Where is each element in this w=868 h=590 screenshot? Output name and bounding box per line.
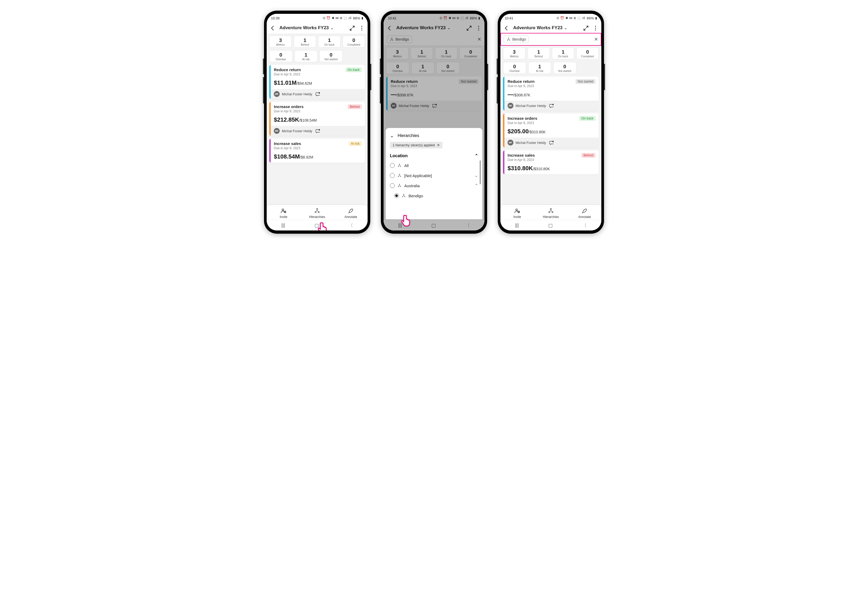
android-nav: ||| ▢ 〈 xyxy=(267,220,368,230)
status-icons: ⊙ ⏰ ✱ ⋈ ⊚ ⬚ .ıll xyxy=(323,16,351,20)
status-battery: 86% xyxy=(353,16,360,20)
metric-card[interactable]: Reduce return Due in Apr 9, 2023 Not sta… xyxy=(503,77,599,111)
close-icon[interactable]: ✕ xyxy=(437,143,440,147)
status-badge: Not started xyxy=(576,79,595,84)
more-icon[interactable] xyxy=(359,25,365,31)
status-icons: ⊙ ⏰ ✱ ⋈ ⊚ ⬚ .ıll xyxy=(557,16,585,20)
radio[interactable] xyxy=(394,193,399,198)
app-title[interactable]: Adventure Works FY23 ⌄ xyxy=(279,25,345,31)
metric-card[interactable]: Increase sales Due in Apr 9, 2023 At ris… xyxy=(269,139,365,163)
bottom-bar: Invite Hierarchies Annotate xyxy=(500,205,601,220)
status-bar: 10:39 ⊙ ⏰ ✱ ⋈ ⊚ ⬚ .ıll 86% ▮ xyxy=(267,14,368,22)
comment-icon[interactable] xyxy=(549,103,554,109)
card-title: Increase sales xyxy=(508,153,535,158)
status-time: 10:41 xyxy=(505,16,514,20)
comment-icon[interactable] xyxy=(315,91,320,97)
chevron-down-icon: ⌄ xyxy=(564,26,567,30)
card-due: Due in Apr 9, 2023 xyxy=(274,72,301,76)
card-footer: MF Michal Foster Heldy xyxy=(504,100,599,111)
radio[interactable] xyxy=(390,163,395,168)
stat-atrisk[interactable]: 1At risk xyxy=(528,62,551,74)
comment-icon[interactable] xyxy=(315,128,320,134)
hierarchies-button[interactable]: Hierarchies xyxy=(300,208,334,219)
card-due: Due in Apr 9, 2023 xyxy=(274,146,301,150)
scrollbar[interactable] xyxy=(480,160,481,184)
back-icon[interactable] xyxy=(503,25,509,31)
chevron-up-icon[interactable]: ⌃ xyxy=(475,153,478,158)
card-due: Due in Apr 9, 2023 xyxy=(274,109,304,113)
hierarchy-icon xyxy=(506,37,511,41)
applied-slicers-chip[interactable]: 1 hierarchy slicer(s) applied ✕ xyxy=(390,142,443,148)
status-badge: Behind xyxy=(348,104,362,109)
stat-notstarted[interactable]: 0Not started xyxy=(319,50,342,62)
stat-behind[interactable]: 1Behind xyxy=(294,35,316,47)
list-item[interactable]: All xyxy=(389,160,479,171)
owner: Michal Foster Heldy xyxy=(282,129,312,133)
panel-title: Hierarchies xyxy=(398,133,419,138)
owner: Michal Foster Heldy xyxy=(282,92,312,96)
nav-recent-icon[interactable]: ||| xyxy=(515,223,519,228)
invite-button[interactable]: Invite xyxy=(267,208,300,219)
stats-row-2: 0Overdue 1At risk 0Not started xyxy=(269,50,365,62)
bottom-bar: Invite Hierarchies Annotate xyxy=(267,205,368,220)
metric-card[interactable]: Increase sales Due in Apr 9, 2023 Behind… xyxy=(503,150,599,174)
stat-overdue[interactable]: 0Overdue xyxy=(269,50,292,62)
metric-card[interactable]: Reduce return Due in Apr 9, 2023 On trac… xyxy=(269,65,365,99)
metric-card[interactable]: Increase orders Due in Apr 9, 2023 On tr… xyxy=(503,114,599,148)
card-due: Due in Apr 9, 2023 xyxy=(508,158,535,162)
status-badge: Behind xyxy=(582,153,595,158)
invite-button[interactable]: Invite xyxy=(500,208,534,219)
hierarchies-button[interactable]: Hierarchies xyxy=(534,208,568,219)
metric-card[interactable]: Increase orders Due in Apr 9, 2023 Behin… xyxy=(269,102,365,136)
hierarchy-icon xyxy=(402,193,406,198)
nav-home-icon[interactable]: ▢ xyxy=(548,223,553,229)
nav-home-icon[interactable]: ▢ xyxy=(314,223,319,229)
status-badge: On track xyxy=(345,68,362,72)
card-value: $11.01M/$94.62M xyxy=(274,80,362,86)
stat-overdue[interactable]: 0Overdue xyxy=(503,62,526,74)
hierarchy-icon xyxy=(397,183,402,188)
nav-back-icon[interactable]: 〈 xyxy=(582,222,587,229)
chevron-down-icon[interactable]: ⌄ xyxy=(475,173,478,178)
list-item[interactable]: Australia ⌃ xyxy=(389,181,479,191)
avatar: MF xyxy=(274,91,280,97)
radio[interactable] xyxy=(390,183,395,188)
avatar: MF xyxy=(508,140,514,146)
section-title: Location xyxy=(390,153,408,158)
chevron-down-icon[interactable]: ⌄ xyxy=(390,133,394,139)
stat-behind[interactable]: 1Behind xyxy=(527,47,550,59)
phone-1: 10:39 ⊙ ⏰ ✱ ⋈ ⊚ ⬚ .ıll 86% ▮ Adventure W… xyxy=(264,10,370,234)
back-icon[interactable] xyxy=(270,25,276,31)
annotate-button[interactable]: Annotate xyxy=(334,208,368,219)
filter-chip[interactable]: Bendigo xyxy=(503,35,529,43)
stat-completed[interactable]: 0Completed xyxy=(576,47,599,59)
stat-metrics[interactable]: 3Metrics xyxy=(503,47,526,59)
annotate-button[interactable]: Annotate xyxy=(568,208,601,219)
card-value: $108.54M/$8.92M xyxy=(274,153,362,160)
list-item[interactable]: [Not Applicable] ⌄ xyxy=(389,171,479,181)
stat-ontrack[interactable]: 1On track xyxy=(318,35,341,47)
expand-icon[interactable] xyxy=(349,25,355,31)
expand-icon[interactable] xyxy=(583,25,589,31)
stat-atrisk[interactable]: 1At risk xyxy=(295,50,318,62)
stat-ontrack[interactable]: 1On track xyxy=(552,47,574,59)
app-header: Adventure Works FY23 ⌄ xyxy=(500,22,601,34)
clear-filter-icon[interactable]: ✕ xyxy=(594,36,598,42)
chevron-up-icon[interactable]: ⌃ xyxy=(475,183,478,188)
card-title: Increase sales xyxy=(274,141,301,146)
comment-icon[interactable] xyxy=(549,140,554,146)
more-icon[interactable] xyxy=(592,25,598,31)
stat-metrics[interactable]: 3Metrics xyxy=(269,35,292,47)
stats-row-2: 0Overdue 1At risk 0Not started xyxy=(503,62,599,74)
battery-icon: ▮ xyxy=(362,16,364,20)
nav-back-icon[interactable]: 〈 xyxy=(348,222,353,229)
stat-notstarted[interactable]: 0Not started xyxy=(553,62,576,74)
radio[interactable] xyxy=(390,173,395,178)
card-due: Due in Apr 9, 2023 xyxy=(508,121,537,125)
app-title[interactable]: Adventure Works FY23 ⌄ xyxy=(513,25,579,31)
status-time: 10:39 xyxy=(271,16,280,20)
list-item[interactable]: Bendigo xyxy=(389,191,479,201)
card-title: Reduce return xyxy=(274,68,301,72)
nav-recent-icon[interactable]: ||| xyxy=(281,223,285,228)
stat-completed[interactable]: 0Completed xyxy=(342,35,365,47)
